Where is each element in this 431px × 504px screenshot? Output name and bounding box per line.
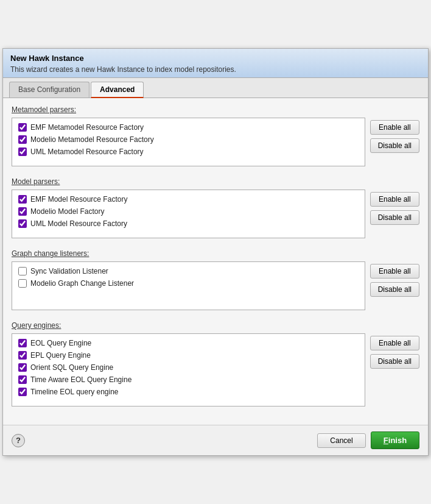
tab-bar: Base Configuration Advanced bbox=[3, 78, 428, 98]
help-button[interactable]: ? bbox=[12, 434, 25, 447]
list-item[interactable]: EPL Query Engine bbox=[18, 351, 359, 360]
dialog-subtitle: This wizard creates a new Hawk Instance … bbox=[10, 65, 421, 74]
metamodel-enable-all-button[interactable]: Enable all bbox=[370, 120, 419, 135]
model-disable-all-button[interactable]: Disable all bbox=[370, 210, 419, 225]
list-item[interactable]: UML Model Resource Factory bbox=[18, 219, 359, 228]
graph-change-listeners-content: Sync Validation Listener Modelio Graph C… bbox=[12, 261, 419, 310]
metamodel-parsers-buttons: Enable all Disable all bbox=[370, 118, 419, 153]
model-parsers-content: EMF Model Resource Factory Modelio Model… bbox=[12, 190, 419, 238]
list-item[interactable]: Modelio Metamodel Resource Factory bbox=[18, 135, 359, 144]
section-metamodel-parsers: Metamodel parsers: EMF Metamodel Resourc… bbox=[12, 105, 419, 166]
graph-enable-all-button[interactable]: Enable all bbox=[370, 264, 419, 279]
model-uml-checkbox[interactable] bbox=[18, 219, 27, 228]
cancel-button[interactable]: Cancel bbox=[317, 433, 366, 448]
query-epl-checkbox[interactable] bbox=[18, 351, 27, 360]
list-item[interactable]: EMF Metamodel Resource Factory bbox=[18, 123, 359, 132]
list-item[interactable]: UML Metamodel Resource Factory bbox=[18, 147, 359, 156]
model-parsers-buttons: Enable all Disable all bbox=[370, 190, 419, 225]
query-time-aware-checkbox[interactable] bbox=[18, 375, 27, 384]
query-eol-checkbox[interactable] bbox=[18, 339, 27, 347]
model-parsers-list: EMF Model Resource Factory Modelio Model… bbox=[12, 190, 365, 238]
graph-sync-validation-checkbox[interactable] bbox=[18, 267, 27, 275]
list-item[interactable]: Modelio Model Factory bbox=[18, 207, 359, 216]
graph-modelio-checkbox[interactable] bbox=[18, 279, 27, 288]
list-item[interactable]: Modelio Graph Change Listener bbox=[18, 279, 359, 288]
footer-left: ? bbox=[12, 434, 25, 447]
query-engines-buttons: Enable all Disable all bbox=[370, 333, 419, 369]
list-item[interactable]: EMF Model Resource Factory bbox=[18, 195, 359, 204]
query-engines-list: EOL Query Engine EPL Query Engine Orient… bbox=[12, 333, 365, 406]
metamodel-parsers-list: EMF Metamodel Resource Factory Modelio M… bbox=[12, 118, 365, 166]
query-orient-checkbox[interactable] bbox=[18, 363, 27, 372]
list-item[interactable]: Sync Validation Listener bbox=[18, 267, 359, 275]
section-graph-change-listeners: Graph change listeners: Sync Validation … bbox=[12, 249, 419, 310]
graph-change-listeners-label: Graph change listeners: bbox=[12, 249, 419, 258]
metamodel-parsers-label: Metamodel parsers: bbox=[12, 105, 419, 114]
metamodel-parsers-content: EMF Metamodel Resource Factory Modelio M… bbox=[12, 118, 419, 166]
tab-base-configuration[interactable]: Base Configuration bbox=[9, 82, 89, 98]
list-item[interactable]: Timeline EOL query engine bbox=[18, 388, 359, 396]
graph-change-listeners-list: Sync Validation Listener Modelio Graph C… bbox=[12, 261, 365, 310]
list-item[interactable]: Time Aware EOL Query Engine bbox=[18, 375, 359, 384]
metamodel-modelio-checkbox[interactable] bbox=[18, 135, 27, 144]
footer-right: Cancel FFinishinish bbox=[317, 431, 419, 449]
dialog-body: Metamodel parsers: EMF Metamodel Resourc… bbox=[3, 98, 428, 425]
tab-advanced[interactable]: Advanced bbox=[91, 82, 144, 98]
metamodel-disable-all-button[interactable]: Disable all bbox=[370, 138, 419, 153]
list-item[interactable]: Orient SQL Query Engine bbox=[18, 363, 359, 372]
finish-button[interactable]: FFinishinish bbox=[371, 431, 419, 449]
section-query-engines: Query engines: EOL Query Engine EPL Quer… bbox=[12, 321, 419, 406]
model-emf-checkbox[interactable] bbox=[18, 195, 27, 204]
graph-disable-all-button[interactable]: Disable all bbox=[370, 282, 419, 297]
dialog-title: New Hawk Instance bbox=[10, 54, 421, 63]
query-enable-all-button[interactable]: Enable all bbox=[370, 336, 419, 350]
list-item[interactable]: EOL Query Engine bbox=[18, 339, 359, 347]
query-engines-label: Query engines: bbox=[12, 321, 419, 330]
dialog-header: New Hawk Instance This wizard creates a … bbox=[3, 49, 428, 78]
model-parsers-label: Model parsers: bbox=[12, 177, 419, 186]
query-disable-all-button[interactable]: Disable all bbox=[370, 354, 419, 369]
graph-change-listeners-buttons: Enable all Disable all bbox=[370, 261, 419, 297]
model-enable-all-button[interactable]: Enable all bbox=[370, 192, 419, 207]
query-engines-content: EOL Query Engine EPL Query Engine Orient… bbox=[12, 333, 419, 406]
model-modelio-checkbox[interactable] bbox=[18, 207, 27, 216]
finish-underline-char: F bbox=[384, 436, 388, 445]
dialog-footer: ? Cancel FFinishinish bbox=[3, 425, 428, 455]
metamodel-emf-checkbox[interactable] bbox=[18, 123, 27, 132]
section-model-parsers: Model parsers: EMF Model Resource Factor… bbox=[12, 177, 419, 238]
dialog: New Hawk Instance This wizard creates a … bbox=[2, 48, 429, 456]
metamodel-uml-checkbox[interactable] bbox=[18, 147, 27, 156]
query-timeline-checkbox[interactable] bbox=[18, 388, 27, 396]
